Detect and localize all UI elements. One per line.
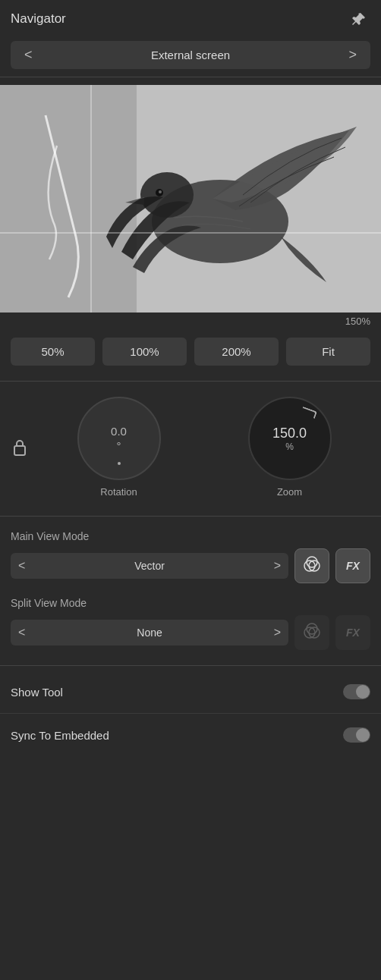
rotation-label: Rotation — [100, 486, 137, 498]
split-view-section-label: Split View Mode — [0, 591, 381, 612]
sync-embedded-label: Sync To Embedded — [11, 729, 109, 742]
split-blend-modes-icon — [302, 623, 322, 642]
split-view-nav: < None > — [11, 620, 288, 645]
rotation-value: 0.0 ° — [111, 424, 127, 454]
sync-embedded-toggle[interactable] — [343, 727, 370, 743]
split-view-row: < None > FX — [0, 612, 381, 658]
rotation-dial[interactable]: 0.0 ° — [77, 397, 161, 480]
screen-nav: < External screen > — [11, 41, 370, 69]
split-view-fx-button[interactable]: FX — [335, 615, 370, 650]
show-tool-knob — [356, 685, 370, 699]
show-tool-row: Show Tool — [0, 674, 381, 710]
zoom-label: Zoom — [277, 486, 302, 498]
svg-rect-8 — [14, 446, 25, 455]
preview-image[interactable] — [0, 85, 381, 313]
split-view-next[interactable]: > — [274, 626, 281, 639]
zoom-50-button[interactable]: 50% — [11, 338, 95, 366]
next-screen-button[interactable]: > — [344, 47, 361, 63]
split-view-prev[interactable]: < — [18, 626, 25, 639]
show-tool-toggle[interactable] — [343, 684, 370, 699]
main-view-next[interactable]: > — [274, 559, 281, 573]
split-view-blend-button[interactable] — [294, 615, 329, 650]
lock-icon[interactable] — [11, 438, 29, 457]
zoom-display: 150% — [0, 313, 381, 330]
rot-zoom-section: 0.0 ° Rotation 150.0 % Zoom — [0, 389, 381, 508]
divider-1 — [0, 77, 381, 77]
screen-name: External screen — [151, 49, 230, 61]
sync-embedded-knob — [356, 728, 370, 742]
main-view-nav: < Vector > — [11, 553, 288, 579]
header: Navigator — [0, 0, 381, 38]
panel-title: Navigator — [11, 11, 66, 27]
svg-point-11 — [307, 557, 317, 567]
zoom-100-button[interactable]: 100% — [102, 338, 187, 366]
zoom-200-button[interactable]: 200% — [194, 338, 279, 366]
zoom-dial[interactable]: 150.0 % — [248, 397, 332, 480]
lock-svg — [12, 438, 27, 457]
svg-rect-1 — [0, 85, 137, 313]
divider-3 — [0, 516, 381, 517]
main-view-blend-button[interactable] — [294, 548, 329, 583]
rotation-dial-container: 0.0 ° Rotation — [38, 397, 200, 498]
divider-4 — [0, 665, 381, 666]
main-view-mode-name: Vector — [134, 560, 165, 572]
rotation-unit: ° — [116, 439, 121, 452]
divider-5 — [0, 713, 381, 714]
main-view-section-label: Main View Mode — [0, 524, 381, 545]
fx-icon: FX — [346, 560, 360, 572]
prev-screen-button[interactable]: < — [20, 47, 37, 63]
pin-icon — [351, 11, 367, 27]
sync-embedded-row: Sync To Embedded — [0, 717, 381, 753]
main-view-prev[interactable]: < — [18, 559, 25, 573]
zoom-unit: % — [285, 441, 294, 452]
split-view-mode-name: None — [137, 627, 162, 639]
zoom-buttons: 50% 100% 200% Fit — [0, 330, 381, 373]
rot-zoom-row: 0.0 ° Rotation 150.0 % Zoom — [11, 397, 370, 498]
pin-button[interactable] — [348, 8, 370, 30]
main-view-row: < Vector > FX — [0, 545, 381, 591]
blend-modes-icon — [302, 556, 322, 576]
divider-2 — [0, 381, 381, 382]
dial-indicator — [118, 462, 121, 465]
svg-point-5 — [159, 190, 162, 193]
zoom-fit-button[interactable]: Fit — [286, 338, 370, 366]
zoom-dial-container: 150.0 % Zoom — [209, 397, 370, 498]
show-tool-label: Show Tool — [11, 686, 63, 699]
preview-svg — [0, 85, 381, 313]
zoom-value: 150.0 — [272, 426, 307, 441]
split-fx-icon: FX — [346, 627, 360, 639]
main-view-fx-button[interactable]: FX — [335, 548, 370, 583]
svg-point-14 — [307, 623, 317, 634]
rotation-number: 0.0 — [111, 425, 127, 438]
preview-container — [0, 85, 381, 313]
